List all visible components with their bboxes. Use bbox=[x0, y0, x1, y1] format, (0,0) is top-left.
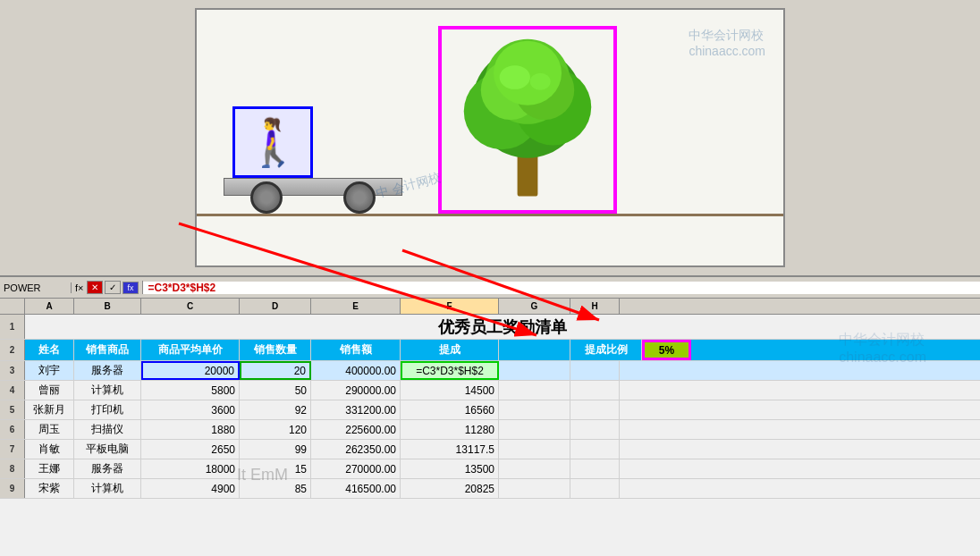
cell-5-name: 张新月 bbox=[25, 400, 74, 419]
col-header-g: G bbox=[499, 299, 570, 314]
cell-6-qty: 120 bbox=[240, 420, 311, 439]
col-header-h: H bbox=[570, 299, 620, 314]
illustration-area: 🚶‍♀️ 中华会计网校china bbox=[0, 0, 980, 277]
cart: 🚶‍♀️ bbox=[224, 124, 402, 214]
cart-wheel-left bbox=[250, 181, 283, 214]
header-cell-product: 销售商品 bbox=[74, 340, 141, 360]
row-num-7: 7 bbox=[0, 440, 25, 459]
cell-6-commission: 11280 bbox=[401, 420, 499, 439]
col-header-a: A bbox=[25, 299, 74, 314]
cell-9-price: 4900 bbox=[141, 479, 240, 498]
row-num-header bbox=[0, 299, 25, 314]
cell-8-sales: 270000.00 bbox=[311, 459, 401, 478]
girl-character: 🚶‍♀️ bbox=[244, 119, 302, 165]
cell-6-price: 1880 bbox=[141, 420, 240, 439]
pct-value-cell: 5% bbox=[642, 340, 691, 360]
cell-4-h bbox=[570, 381, 620, 400]
title-cell: 优秀员工奖励清单 bbox=[25, 315, 980, 339]
col-header-e: E bbox=[311, 299, 401, 314]
cell-9-sales: 416500.00 bbox=[311, 479, 401, 498]
cell-4-sales: 290000.00 bbox=[311, 381, 401, 400]
header-cell-sales: 销售额 bbox=[311, 340, 401, 360]
header-cell-commission: 提成 bbox=[401, 340, 499, 360]
data-row-9: 9 宋紫 计算机 4900 85 416500.00 20825 bbox=[0, 479, 980, 499]
header-cell-name: 姓名 bbox=[25, 340, 74, 360]
watermark-top-right: 中华会计网校chinaacc.com bbox=[689, 28, 765, 58]
cell-5-commission: 16560 bbox=[401, 400, 499, 419]
cell-reference: POWER bbox=[0, 282, 72, 293]
cell-3-sales: 400000.00 bbox=[311, 361, 401, 380]
cell-8-qty: 15 bbox=[240, 459, 311, 478]
header-cell-price: 商品平均单价 bbox=[141, 340, 240, 360]
cell-3-g bbox=[499, 361, 570, 380]
cell-5-product: 打印机 bbox=[74, 400, 141, 419]
cell-7-sales: 262350.00 bbox=[311, 440, 401, 459]
tree-svg bbox=[456, 35, 599, 205]
cell-8-price: 18000 bbox=[141, 459, 240, 478]
spreadsheet-area: POWER f× ✕ ✓ fx =C3*D3*$H$2 A B C D E F … bbox=[0, 277, 980, 556]
cell-6-sales: 225600.00 bbox=[311, 420, 401, 439]
cell-4-name: 曾丽 bbox=[25, 381, 74, 400]
cell-4-g bbox=[499, 381, 570, 400]
cell-5-g bbox=[499, 400, 570, 419]
cell-7-h bbox=[570, 440, 620, 459]
cell-7-commission: 13117.5 bbox=[401, 440, 499, 459]
cell-6-g bbox=[499, 420, 570, 439]
cell-3-price: 20000 bbox=[141, 361, 240, 380]
cell-4-price: 5800 bbox=[141, 381, 240, 400]
formula-bar: POWER f× ✕ ✓ fx =C3*D3*$H$2 bbox=[0, 277, 980, 299]
cell-6-product: 扫描仪 bbox=[74, 420, 141, 439]
formula-controls: f× ✕ ✓ fx bbox=[72, 281, 143, 294]
cell-9-product: 计算机 bbox=[74, 479, 141, 498]
col-header-f: F bbox=[401, 299, 499, 314]
tree-box bbox=[438, 26, 617, 214]
data-row-8: 8 王娜 服务器 18000 15 270000.00 13500 bbox=[0, 459, 980, 479]
col-header-c: C bbox=[141, 299, 240, 314]
illustration-inner: 🚶‍♀️ 中华会计网校china bbox=[195, 8, 785, 267]
header-cell-pct-label: 提成比例 bbox=[570, 340, 642, 360]
cell-8-commission: 13500 bbox=[401, 459, 499, 478]
header-row: 2 姓名 销售商品 商品平均单价 销售数量 销售额 提成 提成比例 5% bbox=[0, 340, 980, 361]
row-num-6: 6 bbox=[0, 420, 25, 439]
confirm-formula-button[interactable]: ✓ bbox=[105, 281, 121, 294]
data-row-6: 6 周玉 扫描仪 1880 120 225600.00 11280 bbox=[0, 420, 980, 440]
cell-3-name: 刘宇 bbox=[25, 361, 74, 380]
cell-5-sales: 331200.00 bbox=[311, 400, 401, 419]
cell-9-name: 宋紫 bbox=[25, 479, 74, 498]
row-num-5: 5 bbox=[0, 400, 25, 419]
cell-7-g bbox=[499, 440, 570, 459]
cell-3-h bbox=[570, 361, 620, 380]
cancel-formula-button[interactable]: ✕ bbox=[87, 281, 103, 294]
svg-point-8 bbox=[500, 65, 530, 89]
header-cell-empty bbox=[499, 340, 570, 360]
cell-8-product: 服务器 bbox=[74, 459, 141, 478]
cell-6-h bbox=[570, 420, 620, 439]
cell-6-name: 周玉 bbox=[25, 420, 74, 439]
cell-7-product: 平板电脑 bbox=[74, 440, 141, 459]
cell-4-qty: 50 bbox=[240, 381, 311, 400]
row-num-1: 1 bbox=[0, 315, 25, 339]
insert-function-button[interactable]: fx bbox=[122, 282, 138, 294]
ground-line bbox=[197, 214, 783, 216]
svg-point-9 bbox=[530, 73, 551, 90]
col-header-d: D bbox=[240, 299, 311, 314]
cell-3-qty: 20 bbox=[240, 361, 311, 380]
cell-5-h bbox=[570, 400, 620, 419]
cell-4-commission: 14500 bbox=[401, 381, 499, 400]
cell-8-name: 王娜 bbox=[25, 459, 74, 478]
data-row-4: 4 曾丽 计算机 5800 50 290000.00 14500 bbox=[0, 381, 980, 400]
cell-9-h bbox=[570, 479, 620, 498]
row-num-3: 3 bbox=[0, 361, 25, 380]
svg-rect-0 bbox=[518, 154, 538, 197]
row-num-4: 4 bbox=[0, 381, 25, 400]
data-row-3: 3 刘宇 服务器 20000 20 400000.00 =C3*D3*$H$2 bbox=[0, 361, 980, 381]
cell-8-h bbox=[570, 459, 620, 478]
cell-3-product: 服务器 bbox=[74, 361, 141, 380]
cell-3-formula: =C3*D3*$H$2 bbox=[401, 361, 499, 380]
cell-8-g bbox=[499, 459, 570, 478]
formula-icon: f× bbox=[75, 282, 83, 293]
row-num-8: 8 bbox=[0, 459, 25, 478]
column-headers: A B C D E F G H bbox=[0, 299, 980, 315]
cell-5-qty: 92 bbox=[240, 400, 311, 419]
formula-input[interactable]: =C3*D3*$H$2 bbox=[143, 282, 981, 294]
